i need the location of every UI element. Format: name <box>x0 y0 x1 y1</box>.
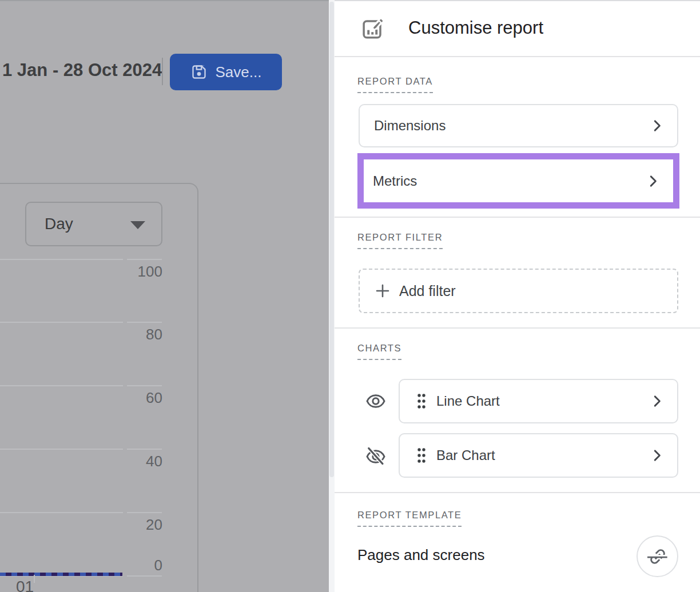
gridline <box>0 512 123 513</box>
chevron-down-icon <box>130 221 145 229</box>
gridline <box>0 385 123 386</box>
y-axis-label: 80 <box>103 326 162 343</box>
line-chart-row[interactable]: Line Chart <box>399 379 678 423</box>
edit-report-icon <box>360 17 384 41</box>
toolbar-divider <box>162 58 163 85</box>
gridline <box>127 512 162 513</box>
gridline <box>127 575 162 577</box>
bar-chart-visibility-toggle[interactable] <box>364 445 387 468</box>
customise-report-panel: Customise report REPORT DATA Dimensions … <box>329 0 700 592</box>
gridline <box>0 322 123 323</box>
dimensions-label: Dimensions <box>374 118 446 134</box>
metrics-highlight-frame: Metrics <box>357 153 679 209</box>
section-divider <box>335 327 700 329</box>
save-floppy-icon <box>190 63 208 81</box>
section-divider <box>335 56 700 57</box>
link-off-icon <box>647 546 668 567</box>
unlink-template-button[interactable] <box>637 535 678 577</box>
gridline <box>0 449 123 450</box>
save-button-label: Save... <box>216 63 262 81</box>
x-axis-tick <box>34 575 35 583</box>
top-edge-line <box>335 0 700 1</box>
metrics-label: Metrics <box>373 173 417 189</box>
save-button[interactable]: Save... <box>170 54 282 90</box>
granularity-value: Day <box>45 215 73 233</box>
dimensions-button[interactable]: Dimensions <box>359 104 678 147</box>
bar-chart-label: Bar Chart <box>436 447 495 463</box>
line-chart-label: Line Chart <box>436 393 500 409</box>
y-axis-label: 0 <box>103 557 162 574</box>
gridline <box>127 259 162 260</box>
chevron-right-icon <box>649 447 666 464</box>
plus-icon <box>374 282 391 299</box>
panel-title: Customise report <box>408 18 543 38</box>
chevron-right-icon <box>649 393 666 410</box>
metrics-button[interactable]: Metrics <box>364 159 673 202</box>
eye-icon <box>364 390 387 413</box>
add-filter-label: Add filter <box>399 283 456 299</box>
drag-handle-icon[interactable] <box>416 392 427 410</box>
report-filter-section-label: REPORT FILTER <box>357 232 443 249</box>
panel-content: Customise report REPORT DATA Dimensions … <box>335 0 700 592</box>
y-axis-label: 100 <box>103 263 162 281</box>
chevron-right-icon <box>649 117 666 134</box>
section-divider <box>335 217 700 218</box>
gridline <box>127 449 162 450</box>
gridline <box>0 259 123 260</box>
line-chart-visibility-toggle[interactable] <box>364 390 387 413</box>
drag-handle-icon[interactable] <box>416 446 427 465</box>
gridline <box>127 385 162 386</box>
y-axis-label: 60 <box>103 389 162 407</box>
date-range-label: 1 Jan - 28 Oct 2024 <box>2 60 162 81</box>
report-data-section-label: REPORT DATA <box>357 76 433 93</box>
gridline <box>127 322 162 323</box>
eye-off-icon <box>364 445 387 468</box>
top-edge-line <box>0 0 329 1</box>
dimmed-backdrop: 1 Jan - 28 Oct 2024 Save... Day 10080604… <box>0 0 329 592</box>
y-axis-label: 40 <box>103 453 162 470</box>
bar-chart-row[interactable]: Bar Chart <box>399 433 678 478</box>
chevron-right-icon <box>645 173 662 190</box>
report-template-value: Pages and screens <box>357 546 485 564</box>
add-filter-button[interactable]: Add filter <box>359 269 678 313</box>
charts-section-label: CHARTS <box>357 343 401 360</box>
section-divider <box>335 492 700 493</box>
scrollbar-thumb[interactable] <box>329 2 334 477</box>
x-axis-label: 01 <box>16 578 34 592</box>
y-axis-label: 20 <box>103 516 162 534</box>
chart-series-dashed-line <box>0 573 122 576</box>
report-template-section-label: REPORT TEMPLATE <box>357 510 462 527</box>
granularity-dropdown[interactable]: Day <box>25 202 162 246</box>
